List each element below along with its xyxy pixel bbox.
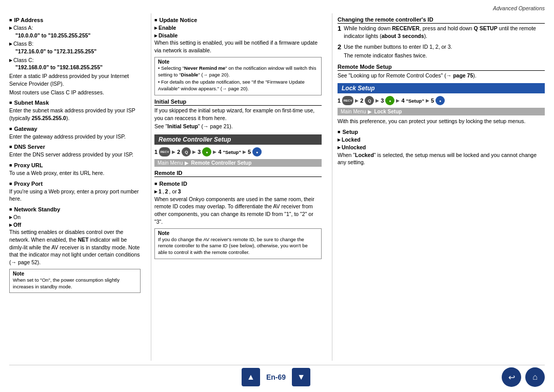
page-number: En-69 [266, 373, 286, 381]
gateway-header: Gateway [9, 126, 141, 132]
next-page-button[interactable]: ▼ [292, 368, 310, 386]
lock-step2-num: 2 [360, 97, 363, 104]
remote-id-note-box: Note If you do change the AV receiver's … [154, 228, 322, 259]
column-1: IP Address Class A: "10.0.0.0" to "10.25… [9, 13, 148, 361]
prev-page-button[interactable]: ▲ [242, 368, 260, 386]
remote-id-section: Remote ID [154, 181, 322, 187]
initial-setup-desc: If you skipped the initial setup wizard,… [154, 107, 322, 122]
lock-step5-num: 5 [431, 97, 434, 104]
step-arrow-3: ▶ [213, 149, 216, 154]
subnet-mask-header: Subnet Mask [9, 100, 141, 106]
step-arrow-2: ▶ [192, 149, 196, 154]
receiver-btn: RECV [159, 147, 170, 156]
column-3: Changing the remote controller's ID 1 Wh… [335, 13, 545, 361]
locked-item: Locked [338, 136, 545, 144]
lock-step-arrow-3: ▶ [396, 98, 400, 103]
enable-item: Enable [154, 24, 322, 32]
proxy-port-header: Proxy Port [9, 181, 141, 187]
lock-setup-header: Setup [338, 129, 545, 135]
page-navigation-center: ▲ En-69 ▼ [242, 368, 310, 386]
lock-step3-num: 3 [381, 97, 384, 104]
update-notice-note1: • Selecting "Never Remind me" on the not… [158, 65, 318, 79]
lock-step5-btn: ● [436, 96, 445, 105]
class-c-range: "192.168.0.0" to "192.168.255.255" [15, 64, 141, 71]
network-standby-on: On [9, 213, 141, 221]
lock-setup-breadcrumb: Main Menu ▶ Lock Setup [338, 108, 545, 115]
subnet-mask-desc: Enter the subnet mask address provided b… [9, 107, 141, 122]
changing-remote-step1: 1 While holding down RECEIVER, press and… [338, 25, 545, 41]
remote-id-header: Remote ID [154, 170, 322, 177]
step2-number: 2 [338, 43, 341, 51]
remote-id-desc: When several Onkyo components are used i… [154, 195, 322, 226]
lock-setup-section-bar: Lock Setup [338, 83, 545, 93]
locked-desc: When "Locked" is selected, the setup men… [338, 151, 545, 166]
breadcrumb-separator: ▶ [185, 160, 189, 166]
lock-step3-btn: ● [385, 96, 394, 105]
step3-btn: ● [202, 147, 211, 156]
ip-address-header: IP Address [9, 17, 141, 23]
ip-address-desc: Enter a static IP address provided by yo… [9, 72, 141, 87]
step-arrow-1: ▶ [172, 149, 175, 154]
class-c-label: Class C: [9, 56, 141, 64]
remote-id-options: 1, 2, or 3 [154, 188, 322, 195]
step4-text: "Setup" [223, 149, 241, 155]
note-label: Note [13, 271, 137, 277]
back-button[interactable]: ↩ [502, 367, 521, 387]
lock-receiver-btn: RECV [342, 96, 353, 105]
class-b-range: "172.16.0.0" to "172.31.255.255" [15, 48, 141, 55]
update-notice-header: Update Notice [154, 17, 322, 23]
network-standby-note-box: Note When set to "On", the power consump… [9, 269, 141, 293]
update-notice-note-label: Note [158, 59, 318, 65]
class-a-range: "10.0.0.0" to "10.255.255.255" [15, 32, 141, 40]
lock-step-arrow-2: ▶ [375, 98, 379, 103]
remote-mode-setup-header: Remote Mode Setup [338, 64, 545, 71]
step3-num: 3 [197, 149, 201, 155]
step2-sub: The remote indicator flashes twice. [344, 52, 452, 60]
remote-id-note-text: If you do change the AV receiver's remot… [158, 237, 318, 256]
update-notice-note-box: Note • Selecting "Never Remind me" on th… [154, 57, 322, 95]
class-a-label: Class A: [9, 24, 141, 32]
ip-address-note: Most routers use Class C IP addresses. [9, 89, 141, 96]
lock-step1-num: 1 [338, 97, 341, 104]
changing-remote-step2: 2 Use the number buttons to enter ID 1, … [338, 43, 545, 60]
dns-server-desc: Enter the DNS server address provided by… [9, 151, 141, 159]
network-standby-off: Off [9, 221, 141, 229]
lock-breadcrumb-separator: ▶ [368, 109, 372, 114]
lock-breadcrumb-active: Lock Setup [374, 109, 402, 114]
remote-controller-breadcrumb: Main Menu ▶ Remote Controller Setup [154, 159, 322, 167]
lock-step4-num: 4 [401, 97, 404, 104]
gateway-desc: Enter the gateway address provided by yo… [9, 133, 141, 141]
step4-num: 4 [218, 149, 221, 155]
step5-btn: ● [252, 147, 262, 156]
remote-id-note-label: Note [158, 230, 318, 236]
dns-server-header: DNS Server [9, 144, 141, 150]
breadcrumb-main-menu: Main Menu [157, 160, 183, 166]
proxy-port-desc: If you're using a Web proxy, enter a pro… [9, 188, 141, 203]
bottom-navigation: ▲ En-69 ▼ ↩ ⌂ [9, 365, 545, 387]
lock-step-arrow-1: ▶ [355, 98, 359, 103]
breadcrumb-remote-setup: Remote Controller Setup [191, 160, 251, 166]
step5-num: 5 [248, 149, 251, 155]
lock-setup-steps: 1 RECV ▶ 2 Q ▶ 3 ● ▶ 4 "Setup" ▶ 5 ● [338, 96, 545, 105]
initial-setup-header: Initial Setup [154, 99, 322, 106]
changing-remote-header: Changing the remote controller's ID [338, 16, 545, 24]
proxy-url-header: Proxy URL [9, 162, 141, 168]
lock-breadcrumb-main-menu: Main Menu [341, 109, 366, 114]
step2-num: 2 [177, 149, 180, 155]
initial-setup-see: See "Initial Setup" (→ page 21). [154, 123, 322, 130]
step-arrow-4: ▶ [243, 149, 246, 154]
step2-btn: Q [182, 147, 191, 156]
network-standby-note-text: When set to "On", the power consumption … [13, 277, 137, 290]
step1-content: While holding down RECEIVER, press and h… [344, 25, 545, 40]
unlocked-item: Unlocked [338, 144, 545, 151]
bottom-right-icons: ↩ ⌂ [502, 367, 545, 387]
disable-item: Disable [154, 32, 322, 40]
step2-content: Use the number buttons to enter ID 1, 2,… [344, 43, 452, 51]
lock-setup-desc: With this preference, you can protect yo… [338, 117, 545, 125]
column-2: Update Notice Enable Disable When this s… [154, 13, 329, 361]
remote-controller-section-bar: Remote Controller Setup [154, 134, 322, 145]
lock-step4-text: "Setup" [406, 98, 424, 104]
update-notice-note2: • For details on the update notification… [158, 79, 318, 92]
home-button[interactable]: ⌂ [525, 367, 545, 387]
proxy-url-desc: To use a Web proxy, enter its URL here. [9, 169, 141, 177]
